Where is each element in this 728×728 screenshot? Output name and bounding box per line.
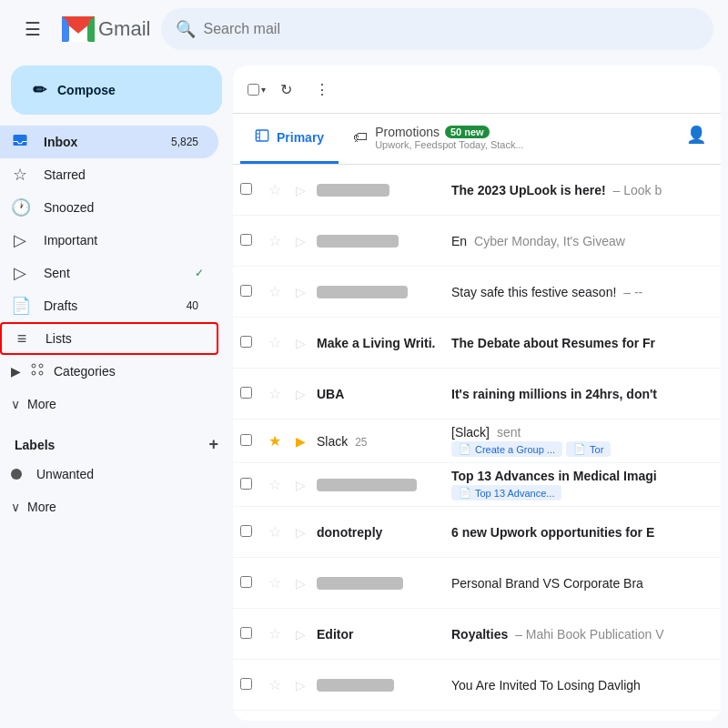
drafts-badge: 40 bbox=[181, 298, 204, 314]
row-checkbox-5[interactable] bbox=[240, 386, 258, 402]
email-row[interactable]: ★ ▶ Slack 25 [Slack] sent 📄 Create a Gro… bbox=[233, 420, 721, 463]
inbox-badge: 5,825 bbox=[166, 134, 204, 150]
email-subject-8: 6 new Upwork opportunities for E bbox=[451, 525, 654, 540]
row-checkbox-2[interactable] bbox=[240, 233, 258, 249]
row-checkbox-7[interactable] bbox=[240, 477, 258, 493]
row-star-3[interactable]: ☆ bbox=[266, 283, 284, 300]
svg-rect-11 bbox=[256, 130, 268, 141]
slack-chips: 📄 Create a Group ... 📄 Tor bbox=[451, 441, 706, 457]
compose-label: Compose bbox=[57, 83, 116, 97]
row-checkbox-3[interactable] bbox=[240, 284, 258, 300]
row-checkbox-6[interactable] bbox=[240, 433, 258, 450]
sidebar-item-inbox[interactable]: Inbox 5,825 bbox=[0, 126, 218, 158]
email-subject-2: En bbox=[451, 234, 467, 248]
sidebar-item-more[interactable]: ∨ More bbox=[0, 388, 218, 420]
row-star-5[interactable]: ☆ bbox=[266, 385, 284, 402]
gmail-m-icon bbox=[62, 16, 95, 42]
row-star-9[interactable]: ☆ bbox=[266, 574, 284, 592]
row-star-4[interactable]: ☆ bbox=[266, 334, 284, 351]
lists-label: Lists bbox=[46, 331, 202, 346]
row-label-1: ▷ bbox=[291, 183, 309, 197]
row-star-11[interactable]: ☆ bbox=[266, 676, 284, 693]
sent-label: Sent bbox=[44, 266, 180, 280]
categories-label: Categories bbox=[54, 364, 204, 379]
compose-button[interactable]: ✏ Compose bbox=[11, 66, 222, 115]
row-star-1[interactable]: ☆ bbox=[266, 181, 284, 198]
chip-create-group[interactable]: 📄 Create a Group ... bbox=[451, 441, 562, 457]
email-body-10: Royalties – Mahi Book Publication V bbox=[451, 627, 706, 642]
refresh-button[interactable]: ↻ bbox=[269, 73, 302, 106]
chip-top[interactable]: 📄 Tor bbox=[566, 441, 611, 457]
email-row[interactable]: ☆ ▷ The 2023 UpLook is here! – Look b bbox=[233, 165, 721, 216]
tab-promotions[interactable]: 🏷 Promotions 50 new Upwork, Feedspot Tod… bbox=[339, 114, 538, 164]
row-star-2[interactable]: ☆ bbox=[266, 232, 284, 249]
row-checkbox-1[interactable] bbox=[240, 182, 258, 198]
row-star-7[interactable]: ☆ bbox=[266, 476, 284, 493]
promotions-tab-label: Promotions bbox=[375, 125, 440, 139]
email-snippet-10: – Mahi Book Publication V bbox=[511, 627, 663, 642]
snoozed-label: Snoozed bbox=[44, 200, 204, 215]
sidebar-item-important[interactable]: ▷ Important bbox=[0, 224, 218, 257]
slack-count: 25 bbox=[355, 436, 367, 449]
inbox-icon bbox=[11, 132, 29, 153]
email-row[interactable]: ☆ ▷ Editor Royalties – Mahi Book Publica… bbox=[233, 609, 721, 660]
search-bar[interactable]: 🔍 bbox=[161, 8, 713, 50]
lists-icon: ≡ bbox=[13, 329, 31, 349]
sender-name-10: Editor bbox=[317, 627, 444, 642]
sidebar-item-sent[interactable]: ▷ Sent ✓ bbox=[0, 257, 218, 289]
search-input[interactable] bbox=[203, 21, 699, 37]
row-checkbox-4[interactable] bbox=[240, 335, 258, 351]
row-star-6[interactable]: ★ bbox=[266, 432, 284, 450]
select-all-checkbox[interactable] bbox=[248, 84, 259, 96]
email-body-11: You Are Invited To Losing Davligh bbox=[451, 678, 706, 693]
svg-point-10 bbox=[39, 371, 43, 375]
email-subject-1: The 2023 UpLook is here! bbox=[451, 183, 606, 197]
important-icon: ▷ bbox=[11, 230, 29, 250]
more-options-button[interactable]: ⋮ bbox=[306, 73, 339, 106]
unwanted-dot bbox=[11, 469, 22, 480]
sidebar-item-labels-more[interactable]: ∨ More bbox=[0, 490, 218, 523]
categories-icon bbox=[28, 362, 46, 381]
accounts-icon[interactable]: 👤 bbox=[679, 114, 713, 164]
sender-name-2 bbox=[317, 235, 444, 248]
email-body-1: The 2023 UpLook is here! – Look b bbox=[451, 183, 706, 197]
sidebar-item-drafts[interactable]: 📄 Drafts 40 bbox=[0, 289, 218, 322]
email-row[interactable]: ☆ ▷ Top 13 Advances in Medical Imagi 📄 T… bbox=[233, 463, 721, 507]
chip-top13[interactable]: 📄 Top 13 Advance... bbox=[451, 485, 561, 500]
email-row[interactable]: ☆ ▷ You Are Invited To Losing Davligh bbox=[233, 660, 721, 711]
email-row[interactable]: ☆ ▷ Personal Brand VS Corporate Bra bbox=[233, 558, 721, 609]
row-star-10[interactable]: ☆ bbox=[266, 625, 284, 642]
gmail-logo: Gmail bbox=[62, 16, 150, 42]
tabs-spacer bbox=[539, 114, 679, 164]
row-checkbox-11[interactable] bbox=[240, 677, 258, 693]
sender-name-3 bbox=[317, 286, 444, 298]
add-label-button[interactable]: + bbox=[208, 435, 218, 454]
sender-name-5: UBA bbox=[317, 387, 444, 401]
row-checkbox-8[interactable] bbox=[240, 524, 258, 541]
sidebar-item-lists[interactable]: ≡ Lists bbox=[0, 322, 218, 355]
sidebar-item-categories[interactable]: ▶ Categories bbox=[0, 355, 218, 388]
email-subject-6: [Slack] bbox=[451, 425, 490, 440]
primary-tab-label: Primary bbox=[277, 130, 324, 145]
email-body-6: [Slack] sent 📄 Create a Group ... 📄 Tor bbox=[451, 425, 706, 457]
row-checkbox-9[interactable] bbox=[240, 575, 258, 592]
select-dropdown-arrow[interactable]: ▾ bbox=[261, 85, 266, 95]
email-row[interactable]: ☆ ▷ Stay safe this festive season! – -- bbox=[233, 267, 721, 318]
sidebar-item-snoozed[interactable]: 🕐 Snoozed bbox=[0, 191, 218, 224]
tab-primary[interactable]: Primary bbox=[240, 114, 339, 164]
row-star-8[interactable]: ☆ bbox=[266, 523, 284, 541]
email-row[interactable]: ☆ ▷ donotreply 6 new Upwork opportunitie… bbox=[233, 507, 721, 558]
email-body-5: It's raining millions in 24hrs, don't bbox=[451, 387, 706, 401]
row-label-9: ▷ bbox=[291, 576, 309, 591]
email-subject-5: It's raining millions in 24hrs, don't bbox=[451, 387, 657, 401]
labels-title: Labels bbox=[15, 438, 55, 452]
row-checkbox-10[interactable] bbox=[240, 626, 258, 642]
email-row[interactable]: ☆ ▷ Make a Living Writi. The Debate abou… bbox=[233, 318, 721, 369]
email-row[interactable]: ☆ ▷ En Cyber Monday, It's Giveaw bbox=[233, 216, 721, 267]
select-all-wrap[interactable]: ▾ bbox=[248, 84, 266, 96]
sidebar-item-starred[interactable]: ☆ Starred bbox=[0, 158, 218, 191]
sidebar-item-unwanted[interactable]: Unwanted bbox=[0, 458, 218, 490]
menu-button[interactable]: ☰ bbox=[15, 11, 51, 47]
email-row[interactable]: ☆ ▷ UBA It's raining millions in 24hrs, … bbox=[233, 369, 721, 420]
svg-point-7 bbox=[32, 364, 35, 368]
